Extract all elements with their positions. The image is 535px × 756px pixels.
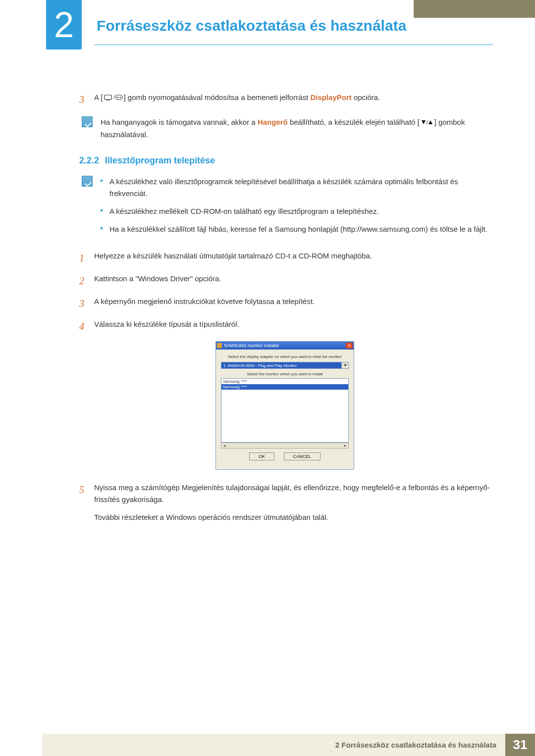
horizontal-scrollbar[interactable]: ◄► [221,443,349,449]
step-number: 4 [79,318,94,334]
step-text: Kattintson a "Windows Driver" opcióra. [94,273,490,289]
header-accent-strip [414,0,535,18]
step-3: 3 A képernyőn megjelenő instrukciókat kö… [79,296,490,311]
displayport-label: DisplayPort [310,93,351,101]
updown-button-icon: / [421,117,433,129]
volume-label: Hangerő [258,118,288,126]
step-number: 1 [79,250,94,266]
monitor-listbox[interactable]: Samsung **** Samsung **** [221,378,349,443]
note-text: Ha hanganyagok is támogatva vannak, akko… [101,116,490,141]
step-text: Nyissa meg a számítógép Megjelenítés tul… [94,482,490,523]
chevron-down-icon[interactable] [341,362,348,368]
subheading-title: Illesztőprogram telepítése [105,155,215,165]
adapter-label: Select the display adapter on which you … [221,354,349,359]
installer-dialog: SAMSUNG monitor installer × Select the d… [215,341,354,470]
svg-rect-0 [105,95,111,100]
step-text: A [/] gomb nyomogatásával módosítsa a be… [94,92,490,107]
svg-text:/: / [427,119,428,125]
dialog-title-text: SAMSUNG monitor installer [224,343,279,348]
step-text: Helyezze a készülék használati útmutatój… [94,250,490,266]
adapter-selected-value: 1. RADEON 9550 : Plug and Play Monitor [223,363,297,368]
monitor-label: Select the monitor which you want to ins… [221,372,349,376]
svg-marker-8 [428,120,432,124]
svg-marker-6 [422,120,426,124]
step-1: 1 Helyezze a készülék használati útmutat… [79,250,490,266]
chapter-title: Forráseszköz csatlakoztatása és használa… [97,17,406,34]
step-4: 4 Válassza ki készüléke típusát a típusl… [79,318,490,334]
dialog-titlebar: SAMSUNG monitor installer × [216,342,354,350]
close-icon[interactable]: × [346,343,353,349]
chapter-tab: 2 [46,0,82,50]
svg-rect-3 [116,95,122,100]
step-5: 5 Nyissa meg a számítógép Megjelenítés t… [79,482,490,523]
note-volume: Ha hanganyagok is támogatva vannak, akko… [79,116,490,141]
scroll-left-icon[interactable]: ◄ [221,443,227,448]
step-number: 3 [79,296,94,311]
svg-text:/: / [113,94,115,100]
note-icon [82,176,93,187]
step-text: A képernyőn megjelenő instrukciókat köve… [94,296,490,311]
note-bullet: Ha a készülékkel szállított fájl hibás, … [101,223,490,235]
cancel-button[interactable]: CANCEL [284,453,321,460]
svg-point-4 [117,97,118,98]
window-app-icon [217,343,222,348]
list-item[interactable]: Samsung **** [221,379,348,384]
adapter-select[interactable]: 1. RADEON 9550 : Plug and Play Monitor [221,362,349,369]
step-number: 3 [79,92,94,107]
step-number: 5 [79,482,94,523]
ok-button[interactable]: OK [249,453,274,460]
title-rule [94,45,493,45]
step-number: 2 [79,273,94,289]
chapter-number: 2 [54,4,74,45]
scroll-right-icon[interactable]: ► [342,443,348,448]
page-footer: 2 Forráseszköz csatlakoztatása és haszná… [0,734,535,756]
svg-rect-1 [106,100,110,101]
list-item-selected[interactable]: Samsung **** [221,384,348,390]
footer-chapter-text: 2 Forráseszköz csatlakoztatása és haszná… [42,734,505,756]
source-button-icon: / [104,92,123,104]
step-3-top: 3 A [/] gomb nyomogatásával módosítsa a … [79,92,490,107]
content-area: 3 A [/] gomb nyomogatásával módosítsa a … [79,92,490,530]
note-bullet-list: A készülékhez való illesztőprogramok tel… [101,176,490,235]
note-icon [82,116,93,127]
note-bullet: A készülékhez való illesztőprogramok tel… [101,176,490,200]
note-bullet: A készülékhez mellékelt CD-ROM-on találh… [101,205,490,217]
step-text: Válassza ki készüléke típusát a típuslis… [94,318,490,334]
svg-point-5 [119,97,120,98]
note-driver-install: A készülékhez való illesztőprogramok tel… [79,176,490,241]
subheading-222: 2.2.2Illesztőprogram telepítése [79,155,490,166]
step-2: 2 Kattintson a "Windows Driver" opcióra. [79,273,490,289]
footer-page-number: 31 [505,734,535,756]
subheading-number: 2.2.2 [79,155,99,165]
